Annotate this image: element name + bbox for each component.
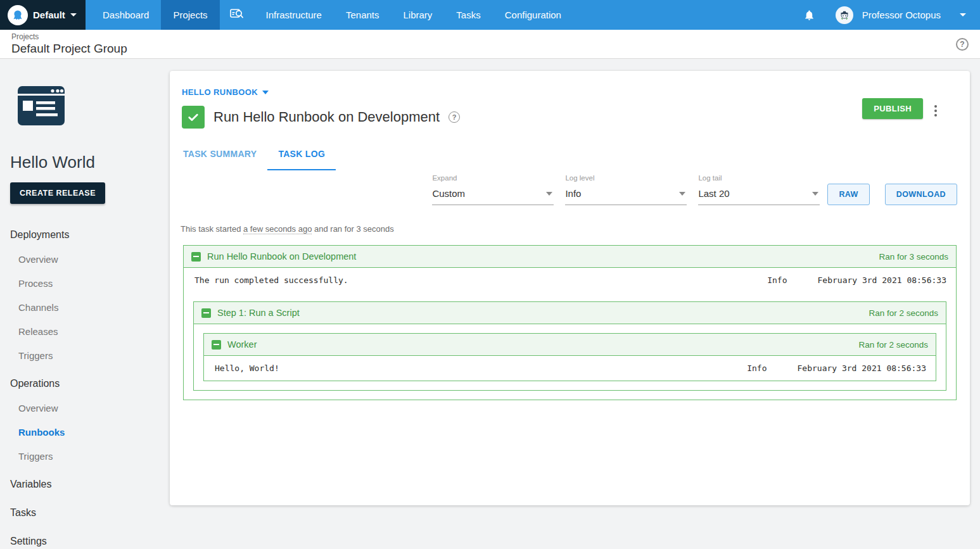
log-node-root: Run Hello Runbook on Development Ran for… <box>183 245 957 400</box>
log-node-duration: Ran for 2 seconds <box>858 340 928 350</box>
nav-item-tenants[interactable]: Tenants <box>334 0 391 30</box>
task-started-text: This task started a few seconds ago and … <box>181 224 970 234</box>
runbook-chevron-down-icon <box>262 91 269 94</box>
log-line-level: Info <box>747 363 767 373</box>
sidebar-item-operations-overview[interactable]: Overview <box>18 403 160 413</box>
project-sidebar: Hello World CREATE RELEASE Deployments O… <box>0 59 170 549</box>
card-header: HELLO RUNBOOK Run Hello Runbook on Devel… <box>170 71 970 129</box>
log-line-level: Info <box>767 275 787 285</box>
log-node-title: Run Hello Runbook on Development <box>207 251 879 262</box>
log-line-timestamp: February 3rd 2021 08:56:33 <box>818 275 947 285</box>
log-tail-select-value: Last 20 <box>698 188 729 199</box>
runbook-breadcrumb-link[interactable]: HELLO RUNBOOK <box>182 87 269 97</box>
download-button[interactable]: DOWNLOAD <box>885 184 957 205</box>
nav-item-infrastructure[interactable]: Infrastructure <box>254 0 334 30</box>
sidebar-item-channels[interactable]: Channels <box>18 302 160 313</box>
log-line: The run completed successfully. Info Feb… <box>184 268 956 293</box>
octopus-logo-icon <box>8 5 28 25</box>
sidebar-section-settings[interactable]: Settings <box>10 536 160 547</box>
task-card: HELLO RUNBOOK Run Hello Runbook on Devel… <box>170 71 970 505</box>
sidebar-item-releases[interactable]: Releases <box>18 326 160 337</box>
top-navigation: Default Dashboard Projects Infrastructur… <box>0 0 980 30</box>
nav-item-configuration[interactable]: Configuration <box>493 0 573 30</box>
log-node-header[interactable]: Worker Ran for 2 seconds <box>204 334 936 356</box>
chevron-down-icon <box>546 192 552 196</box>
log-node-step1: Step 1: Run a Script Ran for 2 seconds W… <box>193 301 946 391</box>
log-line-text: The run completed successfully. <box>194 275 767 285</box>
log-line-timestamp: February 3rd 2021 08:56:33 <box>798 363 927 373</box>
expand-select-value: Custom <box>432 188 465 199</box>
collapse-icon[interactable] <box>191 252 201 262</box>
help-icon[interactable]: ? <box>956 38 969 51</box>
log-line: Hello, World! Info February 3rd 2021 08:… <box>204 356 936 381</box>
relative-time: a few seconds ago <box>243 224 312 234</box>
page-title: Default Project Group <box>11 42 127 56</box>
log-tree: Run Hello Runbook on Development Ran for… <box>183 245 957 400</box>
runbook-link-label: HELLO RUNBOOK <box>182 87 258 97</box>
sidebar-section-tasks[interactable]: Tasks <box>10 507 160 519</box>
nav-item-dashboard[interactable]: Dashboard <box>91 0 161 30</box>
avatar[interactable] <box>836 6 853 24</box>
chevron-down-icon <box>679 192 685 196</box>
breadcrumb-bar: Projects Default Project Group ? <box>0 30 980 59</box>
expand-select[interactable]: Expand Custom <box>432 174 554 205</box>
bell-icon[interactable] <box>803 9 815 22</box>
nav-item-projects[interactable]: Projects <box>161 0 219 30</box>
chevron-down-icon <box>812 192 818 196</box>
content-row: Hello World CREATE RELEASE Deployments O… <box>0 59 980 549</box>
nav-item-tasks[interactable]: Tasks <box>444 0 492 30</box>
sidebar-section-operations[interactable]: Operations <box>10 378 160 389</box>
search-button[interactable] <box>220 0 254 30</box>
sidebar-section-deployments[interactable]: Deployments <box>10 229 160 241</box>
breadcrumb[interactable]: Projects <box>11 32 127 41</box>
sidebar-item-operations-triggers[interactable]: Triggers <box>18 451 160 462</box>
space-name: Default <box>33 9 65 20</box>
log-node-body: Hello, World! Info February 3rd 2021 08:… <box>204 356 936 381</box>
log-tail-select[interactable]: Log tail Last 20 <box>698 174 820 205</box>
publish-button[interactable]: PUBLISH <box>862 98 923 119</box>
main-area: HELLO RUNBOOK Run Hello Runbook on Devel… <box>170 59 980 549</box>
log-node-duration: Ran for 2 seconds <box>869 308 938 318</box>
log-filters: Expand Custom Log level Info <box>170 170 970 205</box>
expand-select-label: Expand <box>432 174 554 182</box>
user-menu-chevron-icon[interactable] <box>960 13 966 16</box>
nav-right: Professor Octopus <box>803 0 980 30</box>
app-root: Default Dashboard Projects Infrastructur… <box>0 0 980 549</box>
raw-button[interactable]: RAW <box>827 184 869 205</box>
log-node-body: Worker Ran for 2 seconds Hello, World! I… <box>194 333 946 381</box>
sidebar-item-runbooks[interactable]: Runbooks <box>18 427 160 438</box>
log-node-title: Step 1: Run a Script <box>217 308 869 318</box>
log-node-worker: Worker Ran for 2 seconds Hello, World! I… <box>203 333 936 381</box>
project-name: Hello World <box>10 153 160 172</box>
space-switcher[interactable]: Default <box>0 0 86 30</box>
log-node-header[interactable]: Run Hello Runbook on Development Ran for… <box>184 246 956 268</box>
sidebar-item-deployments-overview[interactable]: Overview <box>18 254 160 265</box>
log-line-text: Hello, World! <box>215 363 747 373</box>
tab-task-summary[interactable]: TASK SUMMARY <box>172 142 267 170</box>
log-node-title: Worker <box>227 339 858 350</box>
sidebar-item-deployments-triggers[interactable]: Triggers <box>18 350 160 361</box>
log-node-body: The run completed successfully. Info Feb… <box>184 268 956 391</box>
task-title: Run Hello Runbook on Development <box>213 109 440 125</box>
nav-item-library[interactable]: Library <box>391 0 445 30</box>
collapse-icon[interactable] <box>201 308 211 318</box>
sidebar-item-process[interactable]: Process <box>18 278 160 289</box>
overflow-menu-icon[interactable] <box>932 103 939 119</box>
user-name[interactable]: Professor Octopus <box>862 9 941 20</box>
log-level-select[interactable]: Log level Info <box>565 174 687 205</box>
create-release-button[interactable]: CREATE RELEASE <box>10 182 105 204</box>
tab-task-log[interactable]: TASK LOG <box>267 142 336 170</box>
search-icon <box>230 8 244 22</box>
sidebar-nav: Deployments Overview Process Channels Re… <box>10 229 160 547</box>
collapse-icon[interactable] <box>212 340 221 350</box>
project-logo-icon <box>17 85 65 126</box>
chevron-down-icon <box>70 13 77 16</box>
task-help-icon[interactable]: ? <box>449 111 460 123</box>
log-node-header[interactable]: Step 1: Run a Script Ran for 2 seconds <box>194 302 946 324</box>
success-check-icon <box>182 106 205 129</box>
sidebar-section-variables[interactable]: Variables <box>10 479 160 490</box>
log-level-select-value: Info <box>565 188 581 199</box>
task-tabs: TASK SUMMARY TASK LOG <box>172 142 970 170</box>
log-tail-select-label: Log tail <box>698 174 820 182</box>
log-node-duration: Ran for 3 seconds <box>879 252 948 262</box>
